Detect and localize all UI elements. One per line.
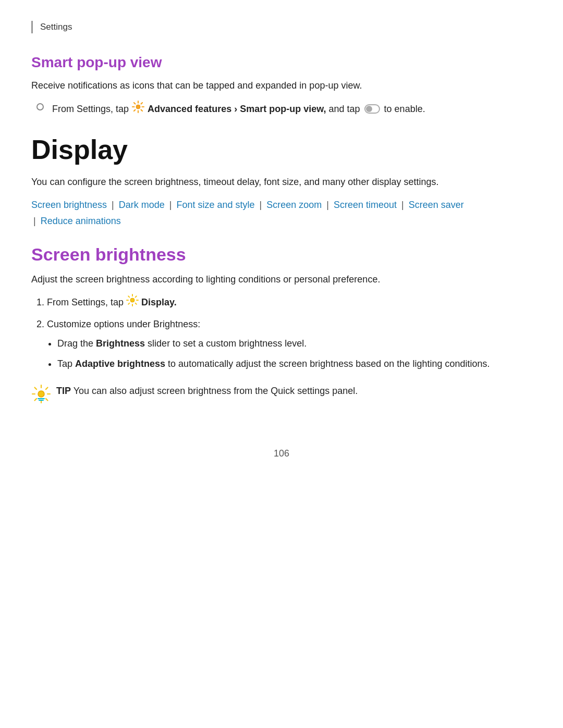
- smart-popup-instruction-text: From Settings, tap: [52, 101, 425, 119]
- separator-2: |: [167, 200, 175, 210]
- bullet2-suffix: to automatically adjust the screen brigh…: [168, 359, 489, 369]
- svg-line-7: [141, 103, 142, 104]
- link-reduce-animations[interactable]: Reduce animations: [41, 216, 121, 226]
- svg-line-23: [35, 388, 37, 390]
- step-1: From Settings, tap: [47, 294, 532, 312]
- svg-line-24: [46, 399, 48, 401]
- display-links: Screen brightness | Dark mode | Font siz…: [31, 197, 532, 229]
- instruction-middle: and tap: [329, 104, 363, 114]
- svg-point-0: [136, 105, 140, 109]
- screen-brightness-title: Screen brightness: [31, 244, 532, 265]
- display-title: Display: [31, 134, 532, 165]
- bullet-2: Tap Adaptive brightness to automatically…: [57, 356, 532, 372]
- bullet1-prefix: Drag the: [57, 338, 93, 349]
- instruction-bold: Advanced features › Smart pop-up view,: [148, 104, 326, 114]
- step2-text: Customize options under Brightness:: [47, 319, 200, 329]
- screen-brightness-section: Screen brightness Adjust the screen brig…: [31, 244, 532, 406]
- tip-label: TIP: [56, 386, 71, 396]
- smart-popup-title: Smart pop-up view: [31, 54, 532, 71]
- circle-bullet-icon: [36, 103, 44, 110]
- link-screen-brightness[interactable]: Screen brightness: [31, 200, 107, 210]
- display-description: You can configure the screen brightness,…: [31, 175, 532, 190]
- step1-bold: Display.: [141, 297, 177, 307]
- svg-line-5: [134, 103, 135, 104]
- bullet2-prefix: Tap: [57, 359, 72, 369]
- svg-line-17: [128, 303, 129, 304]
- settings-label: Settings: [31, 21, 532, 33]
- link-screen-saver[interactable]: Screen saver: [409, 200, 464, 210]
- tip-text: TIP You can also adjust screen brightnes…: [56, 384, 358, 399]
- step1-prefix: From Settings, tap: [47, 297, 124, 307]
- tip-sun-icon: [31, 384, 51, 406]
- bullet1-bold: Brightness: [96, 338, 145, 349]
- toggle-icon: [364, 104, 380, 114]
- separator-1: |: [109, 200, 117, 210]
- svg-line-8: [134, 109, 135, 110]
- step-2: Customize options under Brightness: Drag…: [47, 317, 532, 371]
- tip-section: TIP You can also adjust screen brightnes…: [31, 384, 532, 406]
- instruction-to: to: [384, 104, 392, 114]
- smart-popup-description: Receive notifications as icons that can …: [31, 78, 532, 93]
- screen-brightness-description: Adjust the screen brightness according t…: [31, 272, 532, 287]
- brightness-steps: From Settings, tap: [31, 294, 532, 371]
- advanced-features-gear-icon: [131, 100, 145, 118]
- link-screen-zoom[interactable]: Screen zoom: [266, 200, 322, 210]
- svg-line-25: [46, 388, 48, 390]
- display-sun-icon: [126, 294, 139, 311]
- brightness-bullets: Drag the Brightness slider to set a cust…: [47, 336, 532, 372]
- separator-5: |: [399, 200, 407, 210]
- smart-popup-instruction: From Settings, tap: [31, 101, 532, 119]
- bullet1-suffix: slider to set a custom brightness level.: [148, 338, 307, 349]
- smart-popup-section: Smart pop-up view Receive notifications …: [31, 54, 532, 119]
- bullet2-bold: Adaptive brightness: [75, 359, 165, 369]
- separator-6: |: [33, 216, 39, 226]
- separator-3: |: [257, 200, 265, 210]
- svg-line-26: [35, 399, 37, 401]
- link-font-size[interactable]: Font size and style: [177, 200, 255, 210]
- display-section: Display You can configure the screen bri…: [31, 134, 532, 406]
- separator-4: |: [324, 200, 332, 210]
- page-number: 106: [31, 448, 532, 459]
- svg-line-15: [136, 303, 137, 304]
- svg-line-16: [136, 296, 137, 297]
- link-screen-timeout[interactable]: Screen timeout: [334, 200, 397, 210]
- svg-line-14: [128, 296, 129, 297]
- svg-point-9: [130, 298, 134, 302]
- bullet-1: Drag the Brightness slider to set a cust…: [57, 336, 532, 351]
- tip-content-text: You can also adjust screen brightness fr…: [74, 386, 358, 396]
- svg-line-6: [141, 109, 142, 110]
- instruction-prefix: From Settings, tap: [52, 104, 129, 114]
- link-dark-mode[interactable]: Dark mode: [119, 200, 165, 210]
- svg-point-18: [38, 391, 44, 397]
